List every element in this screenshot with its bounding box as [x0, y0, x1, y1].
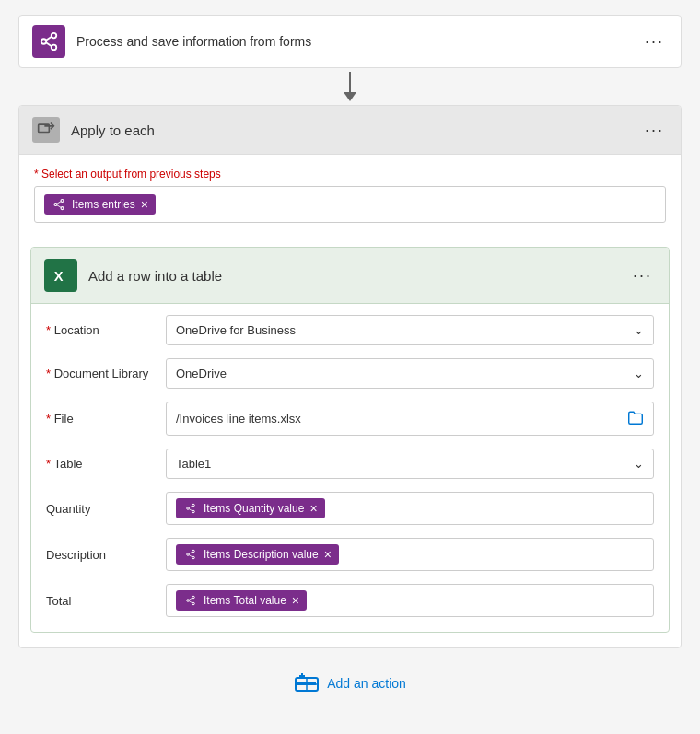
table-row: Table Table1 ⌄ — [46, 449, 654, 479]
table-chevron-icon: ⌄ — [634, 457, 644, 471]
apply-each-container: Apply to each ··· * Select an output fro… — [18, 105, 682, 648]
table-control[interactable]: Table1 ⌄ — [166, 449, 654, 479]
quantity-chip[interactable]: Items Quantity value × — [176, 498, 325, 518]
table-value: Table1 — [176, 457, 211, 471]
svg-point-1 — [41, 39, 47, 44]
svg-point-2 — [52, 45, 57, 50]
action-card: X Add a row into a table ··· Location On… — [30, 247, 670, 633]
trigger-title: Process and save information from forms — [76, 34, 641, 49]
document-library-value: OneDrive — [176, 367, 227, 380]
total-tag-field[interactable]: Items Total value × — [166, 584, 654, 617]
select-output-section: * Select an output from previous steps I… — [19, 155, 681, 236]
apply-each-more-button[interactable]: ··· — [641, 121, 668, 140]
description-label: Description — [46, 548, 166, 562]
trigger-more-button[interactable]: ··· — [641, 32, 668, 52]
svg-line-17 — [189, 509, 192, 511]
total-chip-label: Items Total value — [204, 594, 286, 607]
svg-point-14 — [187, 507, 190, 510]
description-chip[interactable]: Items Description value × — [176, 544, 339, 565]
arrow-down — [344, 72, 356, 101]
quantity-chip-label: Items Quantity value — [204, 502, 304, 515]
location-value: OneDrive for Business — [176, 323, 296, 337]
add-action-section: Add an action — [18, 648, 682, 715]
description-chip-icon — [183, 547, 198, 562]
svg-line-16 — [189, 506, 192, 507]
apply-each-icon — [32, 117, 60, 143]
action-card-more-button[interactable]: ··· — [629, 266, 656, 285]
total-control: Items Total value × — [166, 584, 654, 617]
description-row: Description — [46, 538, 654, 571]
svg-line-11 — [57, 205, 61, 208]
trigger-icon — [32, 25, 65, 58]
svg-point-19 — [187, 553, 190, 556]
arrow-head — [344, 92, 356, 101]
total-label: Total — [46, 594, 166, 608]
quantity-chip-icon — [183, 501, 198, 516]
table-dropdown[interactable]: Table1 ⌄ — [166, 449, 654, 479]
svg-line-21 — [189, 552, 192, 553]
total-chip-icon — [183, 593, 198, 608]
items-entries-chip-remove[interactable]: × — [141, 198, 148, 211]
quantity-control: Items Quantity value × — [166, 492, 654, 525]
svg-line-4 — [46, 42, 52, 46]
svg-line-10 — [57, 202, 61, 204]
file-label: File — [46, 412, 166, 425]
quantity-chip-remove[interactable]: × — [309, 502, 317, 515]
action-card-header: X Add a row into a table ··· — [31, 248, 669, 304]
description-chip-label: Items Description value — [204, 548, 319, 561]
select-output-label: * Select an output from previous steps — [34, 168, 666, 181]
arrow-line — [349, 72, 351, 92]
document-library-control[interactable]: OneDrive ⌄ — [166, 358, 654, 389]
file-value: /Invoices line items.xlsx — [176, 412, 301, 425]
location-label: Location — [46, 323, 166, 337]
file-field[interactable]: /Invoices line items.xlsx — [166, 402, 654, 436]
quantity-row: Quantity — [46, 492, 654, 525]
svg-line-3 — [46, 37, 52, 41]
add-action-label: Add an action — [327, 676, 406, 691]
location-control[interactable]: OneDrive for Business ⌄ — [166, 315, 654, 345]
svg-text:X: X — [54, 269, 64, 284]
document-library-dropdown[interactable]: OneDrive ⌄ — [166, 358, 654, 389]
table-label: Table — [46, 457, 166, 471]
svg-point-0 — [52, 33, 57, 39]
location-dropdown[interactable]: OneDrive for Business ⌄ — [166, 315, 654, 345]
svg-point-24 — [187, 600, 190, 602]
total-chip[interactable]: Items Total value × — [176, 590, 307, 611]
svg-line-26 — [189, 598, 192, 600]
add-action-button[interactable]: Add an action — [294, 670, 406, 696]
arrow-connector — [18, 68, 682, 105]
apply-each-title: Apply to each — [71, 122, 641, 138]
svg-point-8 — [54, 204, 57, 206]
items-entries-chip-icon — [52, 197, 66, 212]
folder-icon — [627, 410, 644, 427]
total-chip-remove[interactable]: × — [292, 594, 299, 607]
document-library-chevron-icon: ⌄ — [634, 367, 644, 380]
svg-line-22 — [189, 555, 192, 557]
svg-point-25 — [192, 602, 195, 605]
trigger-card: Process and save information from forms … — [18, 15, 682, 68]
file-control[interactable]: /Invoices line items.xlsx — [166, 402, 654, 436]
file-row: File /Invoices line items.xlsx — [46, 402, 654, 436]
svg-point-23 — [192, 596, 195, 599]
action-card-body: Location OneDrive for Business ⌄ Documen… — [31, 304, 669, 632]
description-control: Items Description value × — [166, 538, 654, 571]
svg-point-7 — [61, 199, 64, 202]
action-card-title: Add a row into a table — [88, 268, 629, 284]
items-entries-chip[interactable]: Items entries × — [44, 194, 156, 215]
quantity-tag-field[interactable]: Items Quantity value × — [166, 492, 654, 525]
location-chevron-icon: ⌄ — [634, 323, 644, 337]
document-library-row: Document Library OneDrive ⌄ — [46, 358, 654, 389]
excel-icon: X — [44, 259, 77, 292]
svg-point-18 — [192, 550, 195, 553]
apply-each-header: Apply to each ··· — [19, 106, 681, 155]
quantity-label: Quantity — [46, 502, 166, 516]
location-row: Location OneDrive for Business ⌄ — [46, 315, 654, 345]
svg-point-20 — [192, 556, 195, 559]
items-entries-box[interactable]: Items entries × — [34, 186, 666, 223]
total-row: Total — [46, 584, 654, 617]
svg-point-15 — [192, 510, 195, 513]
description-chip-remove[interactable]: × — [324, 548, 332, 561]
description-tag-field[interactable]: Items Description value × — [166, 538, 654, 571]
svg-point-13 — [192, 504, 195, 507]
add-action-icon — [294, 670, 320, 696]
